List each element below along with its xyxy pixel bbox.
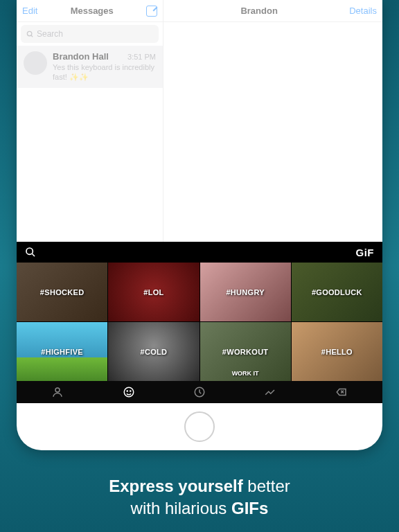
gif-label: GiF	[356, 247, 375, 258]
conversation-preview: Yes this keyboard is incredibly fast! ✨✨	[53, 62, 156, 82]
gif-tile-goodluck[interactable]: #GOODLUCK	[292, 263, 382, 321]
profile-icon[interactable]	[47, 384, 68, 400]
conversation-row[interactable]: Brandon Hall 3:51 PM Yes this keyboard i…	[17, 46, 163, 88]
gif-grid: #SHOCKED #LOL #HUNGRY #GOODLUCK #HIGHFIV…	[17, 263, 382, 381]
emoji-icon[interactable]	[118, 384, 139, 400]
home-button[interactable]	[184, 411, 215, 442]
svg-point-4	[55, 388, 60, 392]
gif-tile-cold[interactable]: #COLD	[108, 322, 199, 381]
svg-point-5	[124, 387, 134, 397]
gif-keyboard: GiF #SHOCKED #LOL #HUNGRY #GOODLUCK #HIG…	[17, 242, 382, 403]
trending-icon[interactable]	[260, 384, 281, 400]
search-icon	[26, 30, 34, 38]
avatar	[24, 51, 47, 75]
svg-line-1	[31, 35, 33, 36]
chat-title: Brandon	[240, 6, 277, 16]
gif-tile-workout[interactable]: #WORKOUTWORK IT	[200, 322, 291, 381]
gif-tile-lol[interactable]: #LOL	[108, 263, 199, 321]
edit-button[interactable]: Edit	[22, 6, 37, 16]
svg-line-3	[32, 254, 35, 256]
gif-tile-hungry[interactable]: #HUNGRY	[200, 263, 291, 321]
search-placeholder: Search	[37, 29, 63, 39]
gif-tile-highfive[interactable]: #HIGHFIVE	[17, 322, 107, 381]
keyboard-top-bar: GiF	[17, 242, 382, 263]
compose-icon[interactable]	[146, 6, 157, 17]
delete-icon[interactable]	[331, 384, 352, 400]
marketing-tagline: Express yourself better with hilarious G…	[109, 475, 290, 520]
conversation-body: Brandon Hall 3:51 PM Yes this keyboard i…	[53, 51, 156, 82]
svg-point-0	[27, 31, 31, 35]
gif-tile-shocked[interactable]: #SHOCKED	[17, 263, 107, 321]
chat-header: Brandon Details	[163, 0, 382, 22]
svg-point-2	[26, 248, 33, 254]
search-icon[interactable]	[25, 247, 36, 258]
svg-point-6	[127, 391, 127, 391]
screen: Edit Messages Search Brandon Hall 3:51 P…	[17, 0, 382, 403]
details-button[interactable]: Details	[349, 6, 377, 16]
svg-point-7	[130, 391, 130, 391]
search-input[interactable]: Search	[21, 25, 159, 43]
keyboard-bottom-bar	[17, 381, 382, 403]
conversation-time: 3:51 PM	[127, 53, 156, 61]
recent-icon[interactable]	[189, 384, 210, 400]
messages-header: Edit Messages	[17, 0, 163, 22]
tablet-frame: Edit Messages Search Brandon Hall 3:51 P…	[17, 0, 382, 450]
messages-title: Messages	[71, 6, 114, 16]
gif-tile-hello[interactable]: #HELLO	[292, 322, 382, 381]
conversation-name: Brandon Hall	[53, 51, 109, 62]
